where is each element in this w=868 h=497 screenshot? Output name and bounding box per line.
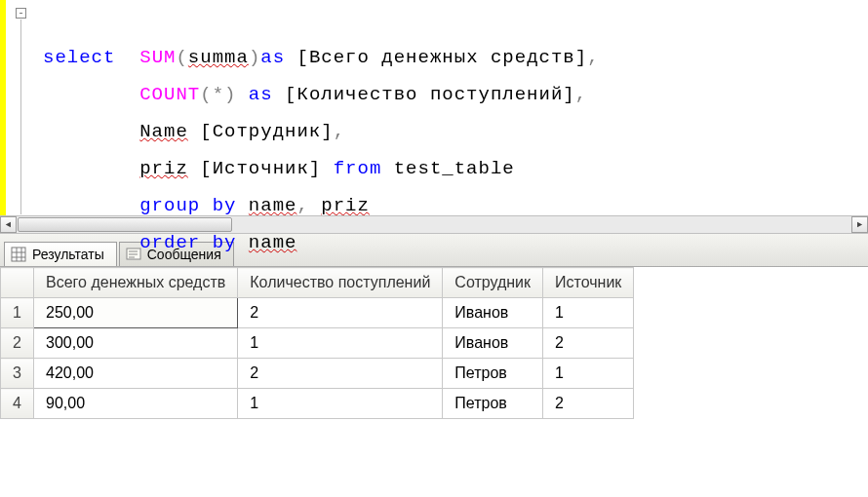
alias-4: [Источник] — [200, 158, 321, 179]
cell[interactable]: 420,00 — [34, 359, 238, 389]
scroll-thumb[interactable] — [18, 217, 232, 232]
col-name: Name — [139, 121, 188, 142]
table-row[interactable]: 1 250,00 2 Иванов 1 — [1, 298, 634, 328]
collapse-toggle[interactable]: - — [16, 8, 26, 19]
change-indicator — [0, 0, 6, 218]
row-header[interactable]: 2 — [1, 328, 34, 359]
scroll-left-button[interactable]: ◄ — [0, 216, 17, 233]
col-header[interactable]: Сотрудник — [443, 268, 543, 298]
arg-summa: summa — [188, 47, 249, 68]
col-header[interactable]: Количество поступлений — [238, 268, 443, 298]
cell[interactable]: 90,00 — [34, 389, 238, 419]
cell[interactable]: 300,00 — [34, 328, 238, 359]
cell[interactable]: 1 — [238, 328, 443, 359]
alias-1: [Всего денежных средств] — [297, 47, 588, 68]
results-table[interactable]: Всего денежных средств Количество поступ… — [0, 267, 634, 419]
keyword-as: as — [249, 84, 273, 105]
keyword-by: by — [213, 195, 237, 216]
keyword-group: group — [139, 195, 200, 216]
cell[interactable]: 1 — [543, 298, 634, 328]
results-grid: Всего денежных средств Количество поступ… — [0, 267, 868, 419]
cell[interactable]: 1 — [543, 359, 634, 389]
func-sum: SUM — [139, 47, 176, 68]
cell[interactable]: 1 — [238, 389, 443, 419]
cell[interactable]: 250,00 — [34, 298, 238, 328]
table-row[interactable]: 2 300,00 1 Иванов 2 — [1, 328, 634, 359]
grid-icon — [11, 247, 26, 262]
cell[interactable]: Петров — [443, 359, 543, 389]
cell[interactable]: Петров — [443, 389, 543, 419]
alias-3: [Сотрудник] — [200, 121, 333, 142]
row-header[interactable]: 3 — [1, 359, 34, 389]
cell[interactable]: 2 — [238, 298, 443, 328]
svg-rect-0 — [12, 248, 25, 261]
scroll-track[interactable] — [17, 216, 851, 233]
table-name: test_table — [394, 158, 515, 179]
sql-editor[interactable]: - select SUM(summa)as [Всего денежных ср… — [0, 0, 868, 234]
col-header[interactable]: Всего денежных средств — [34, 268, 238, 298]
cell[interactable]: 2 — [543, 389, 634, 419]
code-gutter: - — [8, 2, 35, 220]
row-header[interactable]: 1 — [1, 298, 34, 328]
horizontal-scrollbar[interactable]: ◄ ► — [0, 215, 868, 233]
alias-2: [Количество поступлений] — [285, 84, 575, 105]
keyword-order: order — [139, 232, 200, 253]
cell[interactable]: 2 — [238, 359, 443, 389]
keyword-from: from — [334, 158, 382, 179]
col-priz: priz — [139, 158, 188, 179]
cell[interactable]: Иванов — [443, 328, 543, 359]
table-row[interactable]: 4 90,00 1 Петров 2 — [1, 389, 634, 419]
cell[interactable]: Иванов — [443, 298, 543, 328]
col-header[interactable]: Источник — [543, 268, 634, 298]
table-corner — [1, 268, 34, 298]
keyword-select: select — [43, 47, 115, 68]
table-row[interactable]: 3 420,00 2 Петров 1 — [1, 359, 634, 389]
func-count: COUNT — [139, 84, 200, 105]
cell[interactable]: 2 — [543, 328, 634, 359]
scroll-right-button[interactable]: ► — [851, 216, 868, 233]
keyword-as: as — [260, 47, 285, 68]
keyword-by: by — [213, 232, 237, 253]
row-header[interactable]: 4 — [1, 389, 34, 419]
